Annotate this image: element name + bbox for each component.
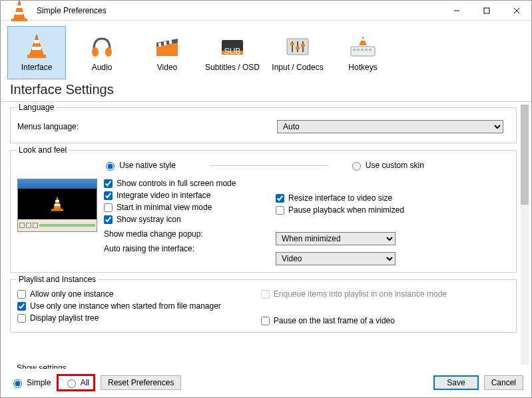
audio-icon — [89, 33, 115, 60]
radio-native-label: Use native style — [119, 161, 176, 170]
tab-hotkeys[interactable]: Hotkeys — [334, 26, 392, 79]
svg-rect-29 — [351, 47, 375, 56]
check-start-minimal[interactable]: Start in minimal view mode — [104, 203, 237, 212]
svg-point-13 — [105, 47, 112, 57]
minimize-button[interactable] — [441, 1, 471, 21]
maximize-button[interactable] — [471, 1, 501, 21]
scrollbar-thumb[interactable] — [521, 105, 529, 205]
check-resize-to-video[interactable]: Resize interface to video size — [276, 193, 404, 203]
preference-tabs: Interface Audio Video SUB Subtitles / OS… — [1, 21, 531, 79]
tab-interface-label: Interface — [21, 63, 53, 72]
tab-hotkeys-label: Hotkeys — [348, 63, 377, 72]
svg-rect-39 — [55, 204, 61, 206]
media-change-popup-select[interactable]: When minimized — [276, 232, 396, 245]
highlight-all-radio: All — [57, 374, 95, 391]
window-title: Simple Preferences — [37, 6, 107, 15]
svg-rect-36 — [360, 39, 366, 41]
tab-input-label: Input / Codecs — [272, 63, 323, 72]
check-pause-minimized[interactable]: Pause playback when minimized — [276, 205, 404, 215]
svg-rect-27 — [296, 47, 300, 49]
titlebar: Simple Preferences — [1, 1, 531, 21]
tab-audio[interactable]: Audio — [73, 26, 131, 79]
svg-marker-0 — [14, 0, 25, 19]
tab-interface[interactable]: Interface — [7, 26, 66, 79]
svg-rect-1 — [17, 5, 22, 8]
group-language: Language Menus language: Auto — [10, 107, 517, 143]
reset-preferences-button[interactable]: Reset Preferences — [101, 375, 181, 390]
subtitles-icon: SUB — [219, 33, 246, 60]
svg-point-12 — [92, 47, 99, 57]
tab-audio-label: Audio — [92, 63, 113, 72]
media-change-popup-label: Show media change popup: — [104, 229, 237, 239]
check-show-controls-fullscreen[interactable]: Show controls in full screen mode — [104, 179, 237, 188]
svg-rect-31 — [357, 49, 360, 51]
check-pause-last-frame[interactable]: Pause on the last frame of a video — [261, 316, 447, 325]
svg-rect-11 — [27, 55, 46, 58]
menus-language-label: Menus language: — [17, 122, 277, 131]
svg-marker-8 — [30, 35, 43, 55]
svg-rect-38 — [55, 200, 59, 202]
window-controls — [441, 1, 531, 21]
tab-input-codecs[interactable]: Input / Codecs — [268, 26, 327, 79]
interface-preview — [17, 179, 97, 232]
tab-video-label: Video — [157, 63, 177, 72]
tab-subtitles-label: Subtitles / OSD — [205, 63, 260, 72]
svg-rect-5 — [484, 8, 489, 13]
svg-rect-2 — [15, 12, 23, 15]
svg-rect-32 — [361, 49, 364, 51]
radio-custom-input[interactable] — [352, 162, 361, 171]
group-language-title: Language — [16, 103, 57, 112]
radio-custom-label: Use custom skin — [366, 161, 424, 170]
check-allow-one-instance[interactable]: Allow only one instance — [17, 289, 221, 299]
radio-show-settings-all[interactable]: All — [64, 377, 89, 388]
auto-raising-select[interactable]: Video — [276, 252, 396, 265]
svg-rect-34 — [369, 49, 372, 51]
radio-use-custom-skin[interactable]: Use custom skin — [349, 160, 424, 171]
check-show-systray[interactable]: Show systray icon — [104, 215, 237, 224]
save-button[interactable]: Save — [433, 375, 478, 390]
hotkeys-icon — [350, 33, 376, 60]
tab-video[interactable]: Video — [138, 26, 196, 79]
radio-show-settings-simple[interactable]: Simple — [10, 377, 51, 388]
settings-scroll-area: Language Menus language: Auto Look and f… — [1, 102, 531, 369]
close-button[interactable] — [501, 1, 531, 21]
bottom-bar: Simple All Reset Preferences Save Cancel — [1, 369, 531, 398]
divider — [209, 165, 329, 166]
tab-subtitles[interactable]: SUB Subtitles / OSD — [203, 26, 262, 79]
group-playlist-instances: Playlist and Instances Allow only one in… — [10, 279, 517, 333]
page-title: Interface Settings — [1, 79, 531, 102]
video-icon — [154, 33, 180, 60]
auto-raising-label: Auto raising the interface: — [104, 244, 237, 253]
check-integrate-video[interactable]: Integrate video in interface — [104, 191, 237, 200]
check-one-instance-file-manager[interactable]: Use only one instance when started from … — [17, 301, 221, 311]
svg-rect-26 — [290, 43, 294, 45]
svg-rect-10 — [32, 47, 41, 50]
input-codecs-icon — [284, 33, 311, 60]
svg-rect-30 — [353, 49, 356, 51]
group-playlist-title: Playlist and Instances — [16, 275, 99, 284]
cancel-button[interactable]: Cancel — [484, 375, 523, 390]
menus-language-select[interactable]: Auto — [277, 120, 503, 133]
svg-rect-9 — [34, 40, 39, 43]
svg-rect-28 — [301, 44, 305, 47]
radio-use-native-style[interactable]: Use native style — [103, 160, 176, 171]
svg-rect-3 — [11, 19, 27, 21]
vlc-cone-icon — [6, 0, 33, 24]
svg-rect-33 — [365, 49, 368, 51]
radio-native-input[interactable] — [106, 162, 115, 171]
check-display-playlist-tree[interactable]: Display playlist tree — [17, 313, 221, 323]
group-show-settings-title: Show settings — [14, 363, 69, 369]
svg-rect-40 — [51, 209, 63, 211]
group-look-and-feel: Look and feel Use native style Use custo… — [10, 150, 517, 273]
group-lookfeel-title: Look and feel — [16, 145, 69, 155]
interface-icon — [23, 33, 50, 60]
check-enqueue-one-instance: Enqueue items into playlist in one insta… — [261, 289, 447, 299]
svg-marker-37 — [53, 196, 61, 209]
svg-text:SUB: SUB — [224, 47, 241, 56]
